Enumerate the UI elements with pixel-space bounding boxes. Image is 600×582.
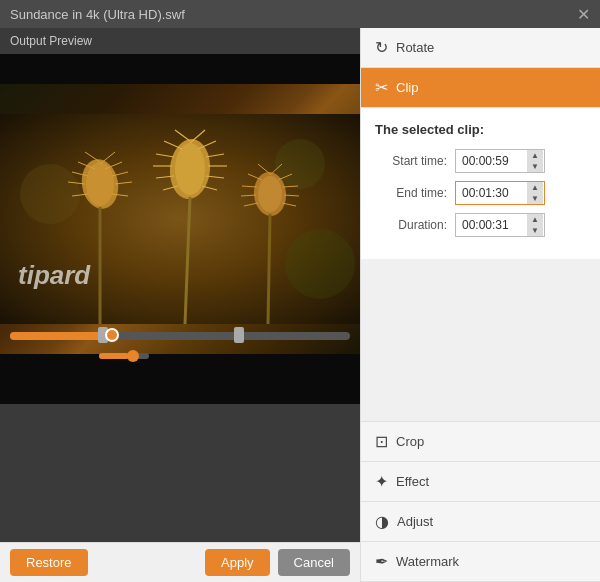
video-frame: tipard xyxy=(0,84,360,354)
bottom-buttons: Restore Apply Cancel xyxy=(0,542,360,582)
close-button[interactable]: ✕ xyxy=(577,5,590,24)
adjust-icon: ◑ xyxy=(375,512,389,531)
window-title: Sundance in 4k (Ultra HD).swf xyxy=(10,7,185,22)
output-preview-label: Output Preview xyxy=(0,28,360,54)
watermark-tool-button[interactable]: ✒ Watermark xyxy=(361,542,600,582)
crop-label: Crop xyxy=(396,434,424,449)
svg-point-1 xyxy=(20,164,80,224)
svg-point-33 xyxy=(258,176,282,212)
right-panel-spacer xyxy=(361,259,600,421)
clip-tool-button[interactable]: ✂ Clip xyxy=(361,68,600,108)
rotate-icon: ↻ xyxy=(375,38,388,57)
volume-slider[interactable] xyxy=(99,353,149,359)
end-time-row: End time: ▲ ▼ xyxy=(375,181,586,205)
end-time-spinners: ▲ ▼ xyxy=(527,182,543,204)
progress-fill xyxy=(10,332,109,340)
clip-icon: ✂ xyxy=(375,78,388,97)
svg-point-3 xyxy=(285,229,355,299)
volume-fill xyxy=(99,353,129,359)
end-time-down[interactable]: ▼ xyxy=(527,193,543,204)
end-time-label: End time: xyxy=(375,186,455,200)
duration-label: Duration: xyxy=(375,218,455,232)
video-content-svg: tipard xyxy=(0,84,360,354)
end-time-wrapper: ▲ ▼ xyxy=(455,181,545,205)
start-time-row: Start time: ▲ ▼ xyxy=(375,149,586,173)
start-time-spinners: ▲ ▼ xyxy=(527,150,543,172)
start-time-down[interactable]: ▼ xyxy=(527,161,543,172)
svg-text:tipard: tipard xyxy=(18,260,91,290)
clip-section: The selected clip: Start time: ▲ ▼ End t… xyxy=(361,108,600,259)
title-bar: Sundance in 4k (Ultra HD).swf ✕ xyxy=(0,0,600,28)
adjust-tool-button[interactable]: ◑ Adjust xyxy=(361,502,600,542)
volume-thumb[interactable] xyxy=(127,350,139,362)
rotate-tool-button[interactable]: ↻ Rotate xyxy=(361,28,600,68)
crop-icon: ⊡ xyxy=(375,432,388,451)
video-top-bar xyxy=(0,54,360,84)
svg-point-18 xyxy=(175,143,205,195)
crop-tool-button[interactable]: ⊡ Crop xyxy=(361,422,600,462)
bottom-tools: ⊡ Crop ✦ Effect ◑ Adjust ✒ Watermark xyxy=(361,421,600,582)
apply-button[interactable]: Apply xyxy=(205,549,270,576)
left-panel: Output Preview xyxy=(0,28,360,582)
svg-point-5 xyxy=(86,162,114,206)
duration-down[interactable]: ▼ xyxy=(527,225,543,236)
start-time-label: Start time: xyxy=(375,154,455,168)
effect-icon: ✦ xyxy=(375,472,388,491)
timeline-bar[interactable] xyxy=(10,332,350,340)
right-panel: ↻ Rotate ✂ Clip The selected clip: Start… xyxy=(360,28,600,582)
rotate-label: Rotate xyxy=(396,40,434,55)
video-bottom-bar xyxy=(0,354,360,404)
svg-line-44 xyxy=(268,214,270,324)
clip-section-title: The selected clip: xyxy=(375,122,586,137)
video-area: tipard xyxy=(0,54,360,324)
cancel-button[interactable]: Cancel xyxy=(278,549,350,576)
start-time-up[interactable]: ▲ xyxy=(527,150,543,161)
end-time-up[interactable]: ▲ xyxy=(527,182,543,193)
playhead-thumb[interactable] xyxy=(105,328,119,342)
duration-row: Duration: ▲ ▼ xyxy=(375,213,586,237)
duration-up[interactable]: ▲ xyxy=(527,214,543,225)
trim-handle-right[interactable] xyxy=(234,327,244,343)
duration-wrapper: ▲ ▼ xyxy=(455,213,545,237)
duration-spinners: ▲ ▼ xyxy=(527,214,543,236)
clip-label: Clip xyxy=(396,80,418,95)
watermark-label: Watermark xyxy=(396,554,459,569)
main-content: Output Preview xyxy=(0,28,600,582)
watermark-icon: ✒ xyxy=(375,552,388,571)
start-time-wrapper: ▲ ▼ xyxy=(455,149,545,173)
effect-label: Effect xyxy=(396,474,429,489)
effect-tool-button[interactable]: ✦ Effect xyxy=(361,462,600,502)
restore-button[interactable]: Restore xyxy=(10,549,88,576)
adjust-label: Adjust xyxy=(397,514,433,529)
